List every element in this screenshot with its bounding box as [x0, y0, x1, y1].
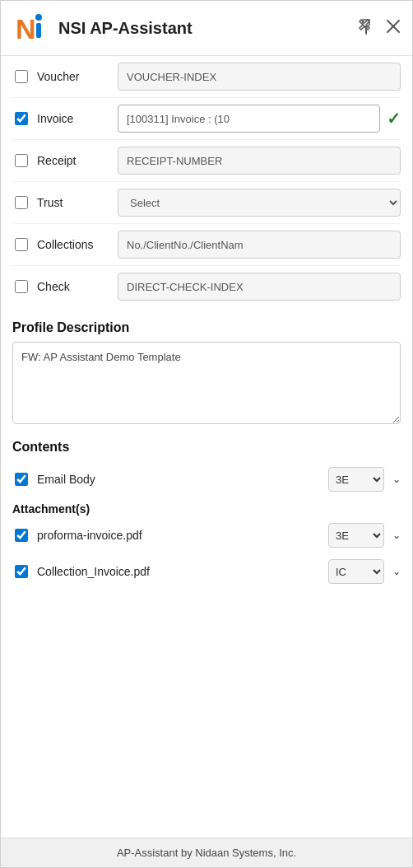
- invoice-input[interactable]: [118, 105, 380, 133]
- collections-checkbox-wrap[interactable]: [12, 236, 30, 254]
- receipt-checkbox-wrap[interactable]: [12, 152, 30, 170]
- contents-heading: Contents: [12, 440, 401, 455]
- receipt-label: Receipt: [37, 154, 111, 167]
- collections-input[interactable]: [118, 231, 401, 259]
- profile-description-heading: Profile Description: [12, 320, 401, 335]
- email-body-select[interactable]: 3E IC: [328, 467, 384, 492]
- email-body-row: Email Body 3E IC ⌄: [12, 461, 401, 497]
- receipt-checkbox[interactable]: [15, 154, 28, 167]
- invoice-checkbox-wrap[interactable]: [12, 110, 30, 128]
- voucher-input[interactable]: [118, 63, 401, 91]
- footer-text: AP-Assistant by Nidaan Systems, Inc.: [117, 847, 296, 859]
- attachment-2-label: Collection_Invoice.pdf: [37, 565, 322, 578]
- trust-checkbox[interactable]: [15, 196, 28, 209]
- attachment-2-select[interactable]: 3E IC: [328, 559, 384, 584]
- collections-row: Collections: [12, 224, 401, 266]
- attachment-1-dropdown-arrow: ⌄: [391, 530, 401, 541]
- svg-text:N: N: [16, 13, 36, 44]
- invoice-checkbox[interactable]: [15, 112, 28, 125]
- check-checkbox-wrap[interactable]: [12, 278, 30, 296]
- email-body-label: Email Body: [37, 473, 322, 486]
- attachment-1-checkbox[interactable]: [15, 529, 28, 542]
- attachment-2-checkbox-wrap[interactable]: [12, 562, 30, 581]
- check-label: Check: [37, 280, 111, 293]
- voucher-checkbox[interactable]: [15, 70, 28, 83]
- collections-label: Collections: [37, 238, 111, 251]
- attachment-2-dropdown-arrow: ⌄: [391, 566, 401, 577]
- collections-checkbox[interactable]: [15, 238, 28, 251]
- svg-rect-3: [36, 23, 41, 38]
- close-icon[interactable]: [386, 19, 401, 38]
- receipt-row: Receipt: [12, 140, 401, 182]
- invoice-row: Invoice ✓: [12, 98, 401, 140]
- trust-checkbox-wrap[interactable]: [12, 194, 30, 212]
- main-content: Voucher Invoice ✓ Receipt Trust: [1, 56, 412, 601]
- attachment-2-row: Collection_Invoice.pdf 3E IC ⌄: [12, 553, 401, 590]
- attachments-heading: Attachment(s): [12, 497, 401, 517]
- trust-select[interactable]: Select: [118, 189, 401, 217]
- trust-row: Trust Select: [12, 182, 401, 224]
- check-checkbox[interactable]: [15, 280, 28, 293]
- voucher-row: Voucher: [12, 56, 401, 98]
- voucher-checkbox-wrap[interactable]: [12, 68, 30, 86]
- app-logo: N: [12, 9, 50, 47]
- email-body-dropdown-arrow: ⌄: [391, 474, 401, 485]
- attachment-2-checkbox[interactable]: [15, 565, 28, 578]
- invoice-label: Invoice: [37, 112, 111, 125]
- profile-description-textarea[interactable]: FW: AP Assistant Demo Template: [12, 342, 401, 424]
- invoice-check-icon: ✓: [387, 109, 401, 128]
- attachment-1-checkbox-wrap[interactable]: [12, 526, 30, 544]
- header-icons: [358, 18, 401, 39]
- app-title: NSI AP-Assistant: [58, 19, 358, 38]
- receipt-input[interactable]: [118, 147, 401, 175]
- attachment-1-row: proforma-invoice.pdf 3E IC ⌄: [12, 517, 401, 553]
- attachment-1-label: proforma-invoice.pdf: [37, 529, 322, 542]
- check-row: Check: [12, 266, 401, 307]
- fields-section: Voucher Invoice ✓ Receipt Trust: [12, 56, 401, 307]
- pin-icon[interactable]: [358, 18, 374, 39]
- svg-point-2: [35, 14, 42, 21]
- attachment-1-select[interactable]: 3E IC: [328, 523, 384, 548]
- trust-label: Trust: [37, 196, 111, 209]
- app-header: N NSI AP-Assistant: [1, 1, 412, 56]
- check-input[interactable]: [118, 273, 401, 301]
- email-body-checkbox[interactable]: [15, 473, 28, 486]
- email-body-checkbox-wrap[interactable]: [12, 470, 30, 488]
- footer: AP-Assistant by Nidaan Systems, Inc.: [1, 838, 412, 867]
- voucher-label: Voucher: [37, 70, 111, 83]
